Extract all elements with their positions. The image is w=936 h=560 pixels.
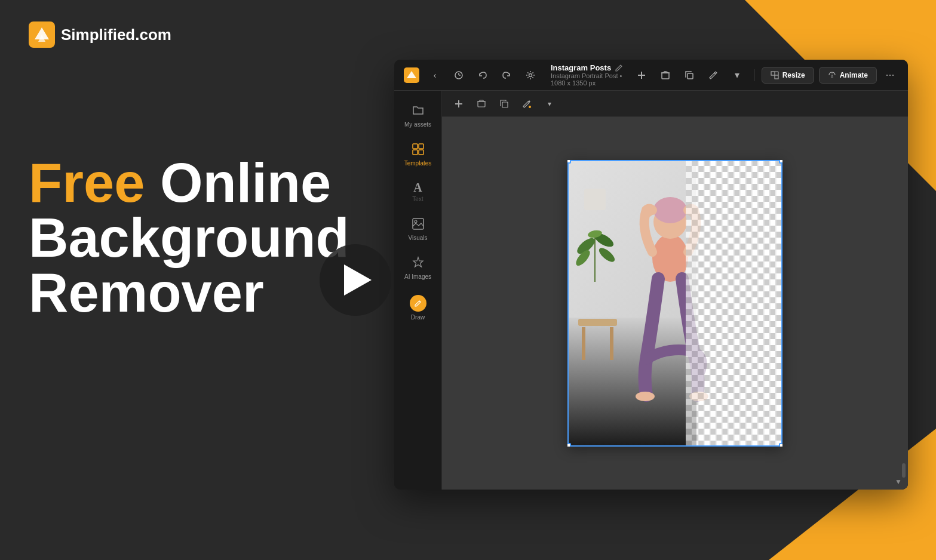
plant-svg bbox=[574, 210, 616, 282]
document-title: Instagram Posts bbox=[551, 63, 625, 72]
canvas-viewport: ▼ bbox=[442, 117, 908, 490]
draw-label: Draw bbox=[411, 314, 425, 321]
plant-leaves bbox=[574, 210, 616, 282]
svg-point-35 bbox=[529, 106, 531, 108]
handle-top-left[interactable] bbox=[567, 160, 571, 164]
svg-line-26 bbox=[419, 301, 421, 302]
templates-icon bbox=[412, 143, 425, 158]
svg-rect-22 bbox=[413, 150, 418, 155]
add-icon[interactable] bbox=[632, 66, 651, 85]
svg-point-45 bbox=[642, 205, 653, 217]
delete-icon[interactable] bbox=[656, 66, 675, 85]
resize-icon bbox=[771, 71, 779, 79]
toolbar-title-area: Instagram Posts Instagram Portrait Post … bbox=[551, 63, 625, 87]
my-assets-icon bbox=[412, 104, 425, 119]
text-icon: A bbox=[413, 181, 422, 193]
history-button[interactable] bbox=[450, 67, 467, 84]
text-label: Text bbox=[412, 196, 423, 203]
app-main: My assets Templates A Text bbox=[394, 91, 908, 490]
brand-name: Simplified.com bbox=[61, 26, 171, 44]
hero-line2: Background bbox=[29, 210, 349, 265]
sidebar: My assets Templates A Text bbox=[394, 91, 442, 490]
handle-bottom-right[interactable] bbox=[779, 443, 782, 447]
divider bbox=[754, 69, 754, 81]
sidebar-item-templates[interactable]: Templates bbox=[397, 137, 439, 173]
more-button[interactable]: ··· bbox=[882, 67, 898, 84]
vertical-scrollbar[interactable] bbox=[902, 463, 906, 478]
sidebar-item-visuals[interactable]: Visuals bbox=[397, 211, 439, 248]
handle-top-right[interactable] bbox=[779, 160, 782, 164]
hero-online: Online bbox=[145, 152, 331, 213]
animate-button[interactable]: Animate bbox=[819, 67, 877, 84]
ai-images-icon bbox=[412, 256, 425, 271]
plant-pot bbox=[584, 189, 606, 210]
svg-rect-8 bbox=[662, 73, 669, 79]
svg-rect-20 bbox=[413, 144, 418, 149]
svg-point-25 bbox=[415, 220, 417, 223]
transparency-checker bbox=[686, 160, 782, 447]
hero-line1: Free Online bbox=[29, 155, 349, 210]
sidebar-item-ai-images[interactable]: AI Images bbox=[397, 250, 439, 287]
svg-rect-23 bbox=[419, 150, 423, 155]
ai-images-label: AI Images bbox=[404, 273, 431, 281]
stool-leg-left bbox=[582, 327, 585, 360]
settings-button[interactable] bbox=[522, 67, 539, 84]
canvas-toolbar: ▾ bbox=[442, 91, 908, 117]
hero-free: Free bbox=[29, 152, 145, 213]
svg-rect-13 bbox=[688, 73, 693, 79]
svg-point-44 bbox=[653, 197, 687, 223]
app-toolbar: ‹ bbox=[394, 60, 908, 91]
templates-label: Templates bbox=[404, 160, 432, 167]
hero-text: Free Online Background Remover bbox=[29, 155, 349, 320]
scroll-arrow-down[interactable]: ▼ bbox=[895, 478, 902, 486]
play-icon bbox=[344, 264, 372, 296]
canvas-add-button[interactable] bbox=[450, 96, 467, 112]
design-canvas[interactable] bbox=[567, 160, 782, 447]
canvas-dropdown-button[interactable]: ▾ bbox=[541, 96, 558, 112]
document-subtitle: Instagram Portrait Post • 1080 x 1350 px bbox=[551, 72, 625, 87]
visuals-icon bbox=[412, 217, 425, 232]
sidebar-item-my-assets[interactable]: My assets bbox=[397, 98, 439, 134]
svg-point-5 bbox=[529, 73, 532, 76]
svg-rect-34 bbox=[502, 102, 508, 107]
svg-rect-15 bbox=[775, 75, 778, 79]
draw-pencil-icon bbox=[414, 299, 422, 307]
svg-rect-14 bbox=[771, 72, 775, 75]
copy-icon[interactable] bbox=[680, 66, 699, 85]
svg-rect-29 bbox=[478, 101, 485, 107]
draw-circle bbox=[410, 295, 426, 312]
hero-line3: Remover bbox=[29, 265, 349, 320]
toolbar-actions: ▾ Resize Animate bbox=[632, 66, 898, 85]
visuals-label: Visuals bbox=[408, 235, 427, 242]
canvas-delete-button[interactable] bbox=[473, 96, 490, 112]
undo-button[interactable] bbox=[474, 67, 491, 84]
play-circle[interactable] bbox=[320, 244, 391, 316]
back-button[interactable]: ‹ bbox=[426, 67, 443, 84]
sidebar-item-draw[interactable]: Draw bbox=[397, 289, 439, 327]
my-assets-label: My assets bbox=[404, 121, 431, 128]
redo-button[interactable] bbox=[498, 67, 515, 84]
logo-area: Simplified.com bbox=[29, 21, 171, 48]
edit-icon bbox=[615, 64, 623, 72]
fill-icon[interactable] bbox=[704, 66, 723, 85]
sidebar-item-text[interactable]: A Text bbox=[397, 176, 439, 209]
animate-icon bbox=[828, 71, 836, 79]
app-window: ‹ bbox=[394, 60, 908, 490]
handle-bottom-left[interactable] bbox=[567, 443, 571, 447]
dropdown-arrow-icon[interactable]: ▾ bbox=[728, 66, 747, 85]
canvas-duplicate-button[interactable] bbox=[496, 96, 513, 112]
simplified-logo-icon bbox=[29, 21, 55, 48]
plant bbox=[574, 189, 616, 282]
svg-point-47 bbox=[636, 392, 655, 401]
canvas-fill-button[interactable] bbox=[518, 96, 535, 112]
svg-rect-21 bbox=[419, 144, 423, 149]
play-button[interactable] bbox=[320, 244, 391, 316]
toolbar-logo-icon bbox=[404, 67, 419, 83]
canvas-area: ▾ bbox=[442, 91, 908, 490]
resize-button[interactable]: Resize bbox=[762, 67, 814, 84]
